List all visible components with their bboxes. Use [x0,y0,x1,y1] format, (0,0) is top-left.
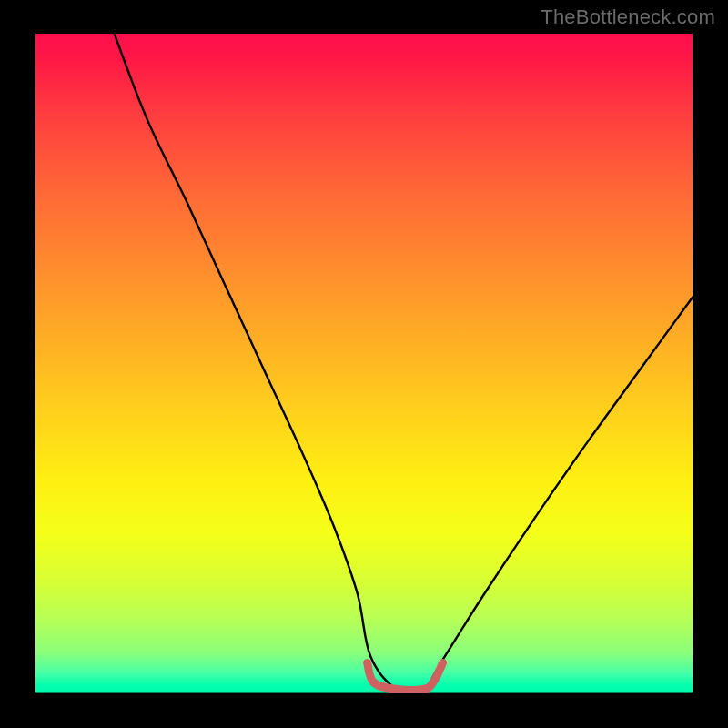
curve-svg [35,34,693,693]
optimal-zone [368,662,443,690]
chart-container: TheBottleneck.com [0,0,728,728]
watermark-label: TheBottleneck.com [541,5,715,29]
plot-area [35,34,693,693]
bottleneck-curve [115,34,693,693]
